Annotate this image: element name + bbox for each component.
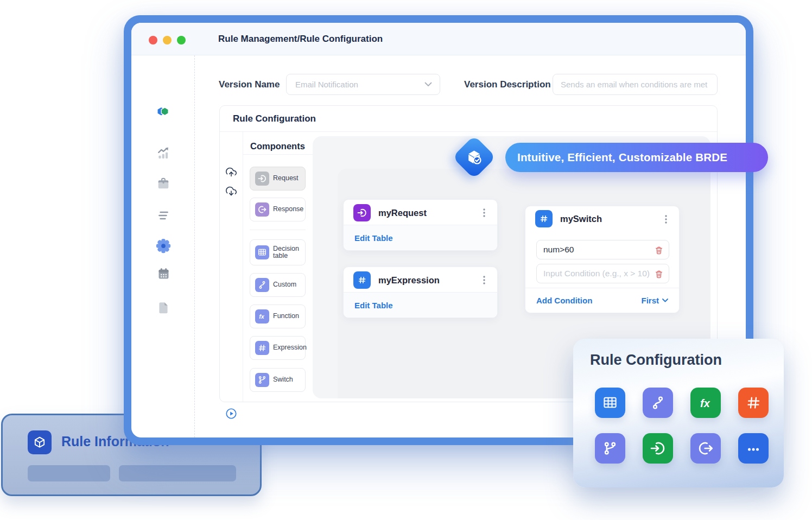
components-column: Components Request [243, 132, 313, 402]
expression-icon [738, 388, 769, 418]
decision-table-icon [595, 388, 625, 418]
more-menu-icon[interactable] [479, 275, 490, 286]
svg-text:fx: fx [259, 313, 265, 320]
component-item-function[interactable]: fx Function [250, 305, 306, 328]
sidebar-item-settings-active[interactable] [154, 237, 173, 255]
component-label: Function [273, 313, 299, 320]
component-label: Response [273, 206, 303, 213]
component-label: Decision table [273, 245, 305, 259]
placeholder-bar [119, 465, 236, 481]
trash-icon[interactable] [654, 245, 664, 255]
sidebar-item-calendar[interactable] [154, 264, 173, 283]
trash-icon[interactable] [654, 269, 664, 279]
more-menu-icon[interactable] [661, 214, 671, 225]
custom-icon [643, 388, 673, 418]
more-menu-icon[interactable] [479, 207, 490, 218]
component-label: Request [273, 175, 299, 182]
component-item-decision-table[interactable]: Decision table [250, 239, 306, 265]
expression-icon [535, 210, 553, 227]
svg-text:fx: fx [700, 397, 710, 409]
response-icon [255, 202, 269, 217]
condition-value-input[interactable] [537, 240, 669, 259]
version-name-label: Version Name [219, 78, 280, 92]
component-label: Switch [273, 376, 293, 383]
close-window-button[interactable] [149, 36, 157, 45]
response-icon [690, 433, 721, 464]
expression-icon [353, 271, 371, 289]
condition-input-2[interactable] [536, 264, 669, 283]
request-icon [643, 433, 673, 464]
sidebar-item-projects[interactable] [154, 174, 173, 193]
divider [243, 154, 313, 155]
sidebar-item-list[interactable] [154, 206, 173, 225]
node-card-myrequest[interactable]: myRequest Edit Table [343, 199, 498, 251]
promo-banner: Intuitive, Efficient, Customizable BRDE [505, 143, 768, 172]
edit-table-link[interactable]: Edit Table [354, 301, 393, 310]
cube-icon [28, 430, 52, 454]
function-icon: fx [255, 309, 269, 324]
more-icon [738, 433, 769, 464]
switch-icon [595, 433, 625, 464]
app-logo-icon [154, 101, 173, 119]
component-item-response[interactable]: Response [250, 198, 306, 221]
request-icon [353, 204, 371, 221]
component-label: Expression [273, 344, 307, 351]
sidebar-item-analytics[interactable] [154, 144, 173, 162]
version-name-select[interactable]: Email Notification [286, 74, 440, 95]
node-card-myexpression[interactable]: myExpression Edit Table [343, 267, 498, 318]
cube-check-icon [466, 149, 483, 166]
condition-input-1[interactable] [536, 240, 669, 259]
component-item-expression[interactable]: Expression [250, 336, 306, 360]
node-title: myRequest [378, 208, 427, 218]
component-label: Custom [273, 281, 296, 288]
upload-cloud-icon[interactable] [225, 166, 237, 178]
version-description-label: Version Description [464, 78, 551, 92]
divider [250, 230, 306, 230]
condition-placeholder-input[interactable] [537, 264, 669, 283]
panel-header: Rule Configuration [220, 106, 717, 132]
promo-banner-text: Intuitive, Efficient, Customizable BRDE [517, 151, 727, 164]
component-item-request[interactable]: Request [250, 167, 306, 191]
node-title: mySwitch [560, 214, 602, 224]
node-title: myExpression [378, 275, 440, 286]
maximize-window-button[interactable] [177, 36, 186, 45]
node-card-myswitch[interactable]: mySwitch [525, 206, 680, 313]
switch-icon [255, 373, 269, 387]
promo-card: Rule Configuration fx [573, 339, 784, 487]
component-item-switch[interactable]: Switch [250, 368, 306, 392]
tool-strip [220, 132, 243, 402]
minimize-window-button[interactable] [163, 36, 172, 45]
version-name-value: Email Notification [295, 80, 424, 89]
request-icon [255, 172, 269, 186]
expression-icon [255, 341, 269, 355]
window-title: Rule Management/Rule Configuration [218, 23, 383, 55]
add-condition-button[interactable]: Add Condition [536, 296, 592, 305]
component-item-custom[interactable]: Custom [250, 273, 306, 297]
download-cloud-icon[interactable] [225, 185, 237, 197]
promo-card-title: Rule Configuration [590, 352, 722, 369]
custom-icon [255, 278, 269, 292]
components-header: Components [250, 138, 305, 154]
page: Rule Information Rule Management/Rule Co… [0, 0, 812, 520]
edit-table-link[interactable]: Edit Table [354, 233, 393, 243]
version-description-input[interactable] [553, 74, 718, 95]
placeholder-bar [28, 465, 110, 481]
titlebar: Rule Management/Rule Configuration [131, 23, 746, 55]
panel-title: Rule Configuration [233, 106, 316, 132]
run-play-icon[interactable] [225, 408, 237, 420]
sidebar [131, 55, 195, 437]
function-icon: fx [690, 388, 721, 418]
chevron-down-icon [424, 82, 432, 87]
order-value: First [641, 296, 659, 305]
decision-table-icon [255, 245, 269, 259]
chevron-down-icon [662, 299, 668, 302]
sidebar-item-documents[interactable] [154, 299, 173, 317]
order-select[interactable]: First [641, 296, 668, 305]
